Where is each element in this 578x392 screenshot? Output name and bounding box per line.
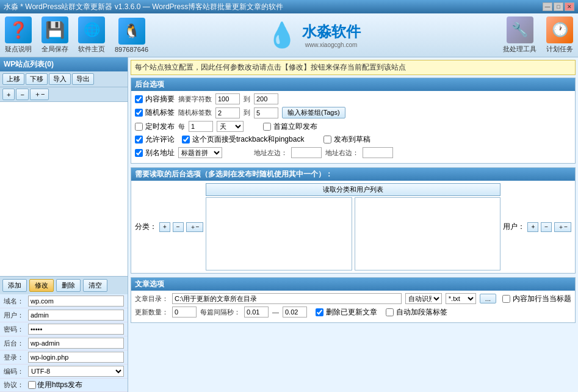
random-tag-checkbox[interactable] — [135, 109, 143, 117]
scheduled-unit-select[interactable]: 天 小时 分钟 — [217, 121, 244, 132]
btn-export[interactable]: 导出 — [72, 73, 94, 85]
read-categories-button[interactable]: 读取分类和用户列表 — [206, 183, 501, 196]
btn-add-small[interactable]: + — [2, 89, 15, 100]
user-add-btn[interactable]: + — [527, 222, 538, 232]
user-addremove-btn[interactable]: ＋− — [554, 222, 571, 232]
toolbar-save[interactable]: 💾 全局保存 — [42, 16, 68, 54]
toolbar-task[interactable]: 🕐 计划任务 — [546, 16, 573, 54]
scheduled-label: 定时发布 — [145, 122, 175, 132]
browse-button[interactable]: ... — [480, 294, 496, 303]
protocol-checkbox[interactable] — [28, 381, 36, 389]
task-icon: 🕐 — [546, 16, 573, 43]
logo-area: 💧 水淼软件 www.xiaogcgh.com — [267, 21, 361, 49]
title-bar-text: 水淼 * WordPress站群文章更新器 v1.3.6.0 — WordPre… — [4, 2, 283, 12]
close-button[interactable]: ✕ — [565, 2, 574, 11]
scheduled-checkbox-label[interactable]: 定时发布 — [135, 122, 175, 132]
site-list[interactable] — [0, 102, 128, 277]
cat-add-btn[interactable]: + — [159, 222, 170, 232]
alias-select[interactable]: 标题首拼 文章ID — [178, 147, 222, 158]
btn-move-down[interactable]: 下移 — [26, 73, 48, 85]
btn-addremove-small[interactable]: ＋− — [30, 89, 49, 100]
trackback-checkbox[interactable] — [182, 136, 190, 143]
btn-import[interactable]: 导入 — [49, 73, 71, 85]
allow-comment-label[interactable]: 允许评论 — [135, 134, 175, 145]
user-remove-btn[interactable]: − — [541, 222, 552, 232]
update-count-label: 更新数量： — [135, 308, 168, 317]
category-list[interactable] — [206, 197, 352, 270]
protocol-label: 协议： — [4, 380, 26, 390]
summary-row: 内容摘要 摘要字符数 到 — [135, 93, 571, 104]
trackback-text: 这个页面接受trackback和pingback — [192, 134, 304, 145]
first-immediately-checkbox[interactable] — [263, 123, 271, 131]
user-label: 用户： — [503, 222, 525, 232]
category-section-content: 分类： + − ＋− 读取分类和用户列表 — [131, 181, 575, 273]
random-tag-checkbox-label[interactable]: 随机标签 — [135, 107, 175, 118]
content-as-title-label[interactable]: 内容加行当当标题 — [502, 294, 571, 304]
summary-max-input[interactable] — [254, 93, 278, 104]
btn-remove-small[interactable]: − — [16, 89, 28, 100]
backend-input[interactable] — [28, 338, 124, 349]
toolbar-home[interactable]: 🌐 软件主页 — [78, 16, 105, 54]
content-as-title-text: 内容加行当当标题 — [513, 294, 571, 304]
minimize-button[interactable]: — — [543, 2, 552, 11]
dir-input[interactable] — [172, 293, 402, 304]
password-input[interactable] — [28, 324, 124, 335]
toolbar-help[interactable]: ❓ 疑点说明 — [5, 16, 32, 54]
draft-text: 发布到草稿 — [334, 134, 370, 145]
draft-label[interactable]: 发布到草稿 — [323, 134, 370, 145]
draft-checkbox[interactable] — [323, 136, 331, 143]
panel-btn-row2: + − ＋− — [0, 87, 128, 102]
addr-right-input[interactable] — [363, 147, 393, 158]
auto-paragraph-checkbox[interactable] — [386, 308, 394, 316]
domain-label: 域名： — [4, 297, 26, 306]
user-input[interactable] — [28, 310, 124, 321]
title-bar-controls[interactable]: — □ ✕ — [543, 2, 574, 11]
addr-left-input[interactable] — [291, 147, 322, 158]
delete-updated-label[interactable]: 删除已更新文章 — [316, 307, 377, 318]
first-immediately-label[interactable]: 首篇立即发布 — [263, 122, 317, 132]
delete-updated-checkbox[interactable] — [316, 308, 323, 316]
user-list[interactable] — [355, 197, 501, 270]
update-count-input[interactable] — [172, 307, 197, 318]
qq-label: 897687646 — [115, 46, 148, 53]
scheduled-checkbox[interactable] — [135, 123, 143, 131]
category-section: 需要读取的后台选项（多选则在发布时随机使用其中一个）： 分类： + − ＋− 读… — [131, 167, 576, 274]
alias-checkbox[interactable] — [135, 149, 143, 157]
help-icon: ❓ — [5, 16, 32, 43]
interval-min-input[interactable] — [244, 307, 269, 318]
tag-min-input[interactable] — [215, 107, 240, 118]
allow-comment-checkbox[interactable] — [135, 136, 143, 143]
domain-input[interactable] — [28, 296, 124, 307]
auto-paragraph-label[interactable]: 自动加段落标签 — [386, 307, 447, 318]
field-user: 用户： — [0, 308, 128, 322]
protocol-checkbox-label[interactable]: 使用https发布 — [28, 380, 82, 390]
alias-checkbox-label[interactable]: 别名地址 — [135, 148, 175, 158]
toolbar-qq[interactable]: 🐧 897687646 — [115, 18, 148, 53]
btn-edit[interactable]: 修改 — [29, 279, 54, 292]
dir-label: 文章目录： — [135, 294, 168, 303]
tag-max-input[interactable] — [254, 107, 278, 118]
backend-section-content: 内容摘要 摘要字符数 到 随机标签 随机标签数 到 — [131, 91, 575, 163]
cat-addremove-btn[interactable]: ＋− — [186, 222, 203, 232]
filter-select[interactable]: *.txt *.html — [446, 293, 476, 304]
login-input[interactable] — [28, 352, 124, 363]
encoding-select[interactable]: UTF-8 GBK — [28, 366, 124, 377]
maximize-button[interactable]: □ — [554, 2, 563, 11]
auto-detect-select[interactable]: 自动识别 — [405, 293, 442, 304]
scheduled-value-input[interactable] — [189, 121, 213, 132]
btn-clear[interactable]: 清空 — [83, 279, 107, 292]
btn-delete[interactable]: 删除 — [56, 279, 81, 292]
interval-label: 每篇间隔秒： — [200, 308, 240, 317]
interval-max-input[interactable] — [283, 307, 307, 318]
input-tags-button[interactable]: 输入标签组(Tags) — [282, 107, 345, 118]
btn-move-up[interactable]: 上移 — [2, 73, 24, 85]
content-as-title-checkbox[interactable] — [502, 295, 510, 303]
toolbar-batch[interactable]: 🔧 批处理工具 — [503, 16, 536, 54]
summary-min-input[interactable] — [215, 93, 240, 104]
summary-checkbox-label[interactable]: 内容摘要 — [135, 94, 175, 104]
cat-remove-btn[interactable]: − — [173, 222, 184, 232]
summary-checkbox[interactable] — [135, 95, 143, 103]
logo-text: 水淼软件 www.xiaogcgh.com — [302, 22, 361, 48]
btn-add[interactable]: 添加 — [2, 279, 27, 292]
trackback-label[interactable]: 这个页面接受trackback和pingback — [182, 134, 304, 145]
